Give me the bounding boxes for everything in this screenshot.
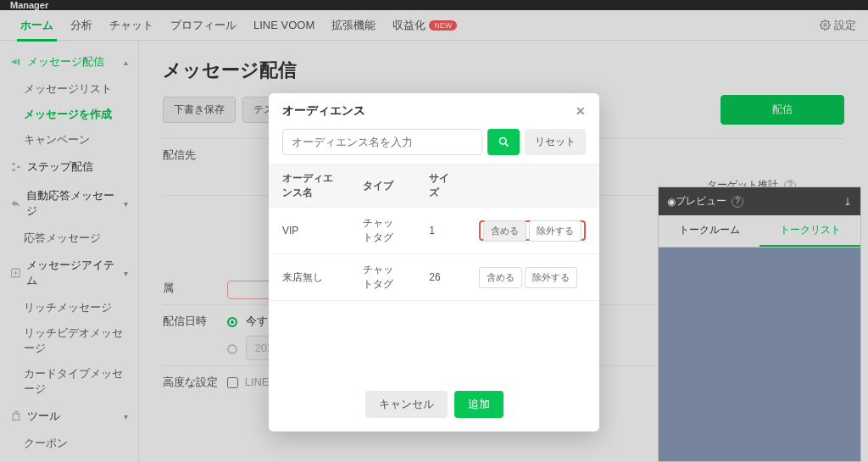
col-type: タイプ	[349, 164, 415, 208]
modal-title: オーディエンス	[282, 103, 365, 119]
include-button[interactable]: 含める	[479, 267, 522, 288]
col-size: サイズ	[415, 164, 465, 208]
search-icon	[498, 136, 510, 148]
cell-size: 26	[415, 254, 465, 301]
audience-table: オーディエンス名 タイプ サイズ VIP チャットタグ 1 含める 除外する 来…	[269, 164, 599, 301]
cancel-button[interactable]: キャンセル	[365, 391, 448, 418]
svg-point-3	[499, 138, 506, 145]
cell-type: チャットタグ	[349, 208, 415, 254]
include-button[interactable]: 含める	[483, 220, 526, 242]
cell-size: 1	[415, 208, 465, 254]
reset-button[interactable]: リセット	[525, 129, 586, 155]
cell-name: 来店無し	[269, 254, 349, 301]
exclude-button[interactable]: 除外する	[529, 220, 581, 242]
cell-type: チャットタグ	[349, 254, 415, 301]
col-name: オーディエンス名	[269, 164, 349, 208]
search-button[interactable]	[487, 129, 520, 155]
audience-modal: オーディエンス ✕ リセット オーディエンス名 タイプ サイズ VIP	[269, 93, 599, 431]
add-button[interactable]: 追加	[454, 391, 504, 418]
cell-name: VIP	[269, 208, 349, 254]
modal-overlay: オーディエンス ✕ リセット オーディエンス名 タイプ サイズ VIP	[0, 0, 868, 462]
table-row: 来店無し チャットタグ 26 含める 除外する	[269, 254, 599, 301]
table-row: VIP チャットタグ 1 含める 除外する	[269, 208, 599, 254]
close-icon[interactable]: ✕	[576, 104, 586, 118]
audience-search-input[interactable]	[282, 129, 482, 155]
exclude-button[interactable]: 除外する	[525, 267, 577, 288]
